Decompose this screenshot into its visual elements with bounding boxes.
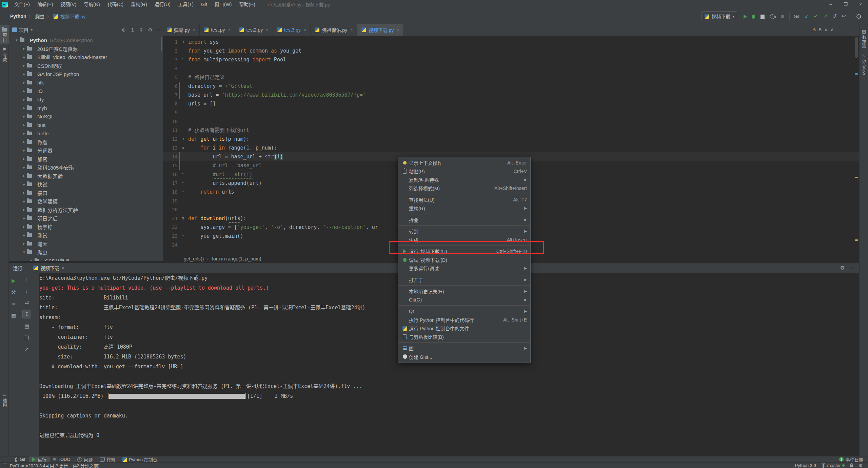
gear-icon[interactable]: ⚙ [148,27,153,33]
menu-代码(C)[interactable]: 代码(C) [104,2,127,7]
stripe-tab-数据库[interactable]: ▤数据库 [860,26,868,51]
tree-row-加密[interactable]: ▸加密 [9,155,163,163]
gear-icon[interactable]: ⚙ [840,265,845,271]
close-icon[interactable]: × [62,265,64,271]
tree-row-Bilibili_video_download-master[interactable]: ▸Bilibili_video_download-master [9,53,163,61]
editor-tab-test3.py[interactable]: test3.py× [273,24,311,36]
menu-编辑(E)[interactable]: 编辑(E) [34,2,57,7]
toolwindow-button-运行[interactable]: 运行 [29,456,50,463]
stripe-tab-项目[interactable]: 项目 [0,25,9,44]
fold-marker[interactable]: ⌃ [180,170,185,179]
lock-icon[interactable] [850,465,853,467]
editor-tab-test2.py[interactable]: test2.py× [235,24,273,36]
menu-item-Git(G)[interactable]: Git(G)▶ [398,295,530,304]
gear-icon[interactable]: ⚙ [859,463,863,468]
chevron-right-icon[interactable]: ▸ [21,63,27,68]
run-config-selector[interactable]: 视频下载▾ [702,11,737,21]
tree-scrollbar[interactable] [161,37,162,51]
menu-item-更多运行/调试[interactable]: 更多运行/调试▶ [398,264,530,272]
menu-item-本地历史记录(H)[interactable]: 本地历史记录(H)▶ [398,287,530,295]
toolwindow-button-Python 控制台[interactable]: Python 控制台 [119,456,161,463]
hide-panel-icon[interactable]: ─ [157,27,160,33]
git-branch-widget[interactable]: master [822,463,845,468]
menu-运行(U)[interactable]: 运行(U) [151,2,174,7]
chevron-right-icon[interactable]: ▸ [28,258,35,261]
code-line-9[interactable]: 9 [163,108,859,117]
toolwindow-button-TODO[interactable]: ≡TODO [50,456,74,463]
menu-item-调试 '视频下载'(D)[interactable]: 调试 '视频下载'(D) [398,255,530,264]
git-push-button[interactable]: ↗ [823,14,827,19]
menu-帮助(H)[interactable]: 帮助(H) [235,2,259,7]
chevron-right-icon[interactable]: ▸ [21,225,27,229]
close-button[interactable]: × [853,0,868,9]
menu-item-粘贴(P)[interactable]: 粘贴(P)Ctrl+V [398,167,530,175]
stripe-tab-收藏[interactable]: ⚑收藏 [0,44,9,64]
close-icon[interactable]: × [266,27,269,32]
tree-row-CSDN爬取[interactable]: ▸CSDN爬取 [9,61,163,70]
stop-icon[interactable]: ■ [9,299,18,308]
toolwindow-button-终端[interactable]: 终端 [96,456,119,463]
tree-row-hlk[interactable]: ▸hlk [9,78,163,87]
rollback-button[interactable]: ↩ [842,14,846,19]
menu-item-重构(R)[interactable]: 重构(R)▶ [398,204,530,212]
menu-item-运行 Python 控制台中的文件[interactable]: 运行 Python 控制台中的文件 [398,324,530,332]
status-message[interactable]: PyCharm2020.3.4可用 // 更新... (42 分钟之前) [10,462,99,468]
menu-文件(F)[interactable]: 文件(F) [11,2,34,7]
tree-row-做题[interactable]: ▸做题 [9,138,163,146]
tree-row-瀚天[interactable]: ▸瀚天 [9,239,163,248]
expand-all-icon[interactable]: ↥ [131,27,135,33]
menu-导航(N)[interactable]: 导航(N) [80,2,103,7]
layout-icon[interactable]: ▦ [9,311,18,319]
inspection-widget[interactable]: ⚠ 5 ∧ ∨ [812,25,833,34]
editor-scrollbar[interactable] [854,36,859,254]
chevron-right-icon[interactable]: ▸ [21,216,27,220]
code-line-6[interactable]: 6directory = r'G:\test' [163,82,859,91]
chevron-down-icon[interactable]: ▾ [31,28,33,32]
breadcrumb-loop[interactable]: for i in range(1, p_num) [212,256,261,261]
tree-row-杨宇铮[interactable]: ▸杨宇铮 [9,222,163,231]
menu-item-转到[interactable]: 转到▶ [398,227,530,235]
maximize-button[interactable]: ❐ [838,0,853,9]
fold-marker[interactable]: ⊟ [180,135,185,143]
event-log-button[interactable]: 事件日志 [846,456,863,463]
menu-item-查找用法(U)[interactable]: 查找用法(U)Alt+F7 [398,195,530,204]
git-update-button[interactable]: ↙ [804,14,809,19]
chevron-right-icon[interactable]: ▸ [21,148,27,153]
menu-item-折叠[interactable]: 折叠▶ [398,215,530,224]
editor-tab-test.py[interactable]: test.py× [200,24,235,36]
close-icon[interactable]: × [228,27,231,32]
menu-item-复制/粘贴特殊[interactable]: 复制/粘贴特殊▶ [398,175,530,184]
breadcrumb-item[interactable]: Python [10,14,26,19]
menu-窗口(W)[interactable]: 窗口(W) [211,2,236,7]
chevron-right-icon[interactable]: ▸ [21,233,27,237]
run-button[interactable] [744,14,747,19]
chevron-right-icon[interactable]: ▸ [21,46,27,51]
fold-marker[interactable]: ⌃ [180,55,185,64]
breadcrumb-item[interactable]: 视频下载.py [60,13,85,20]
code-line-8[interactable]: 8urls = [] [163,99,859,108]
tree-row-NoSQL[interactable]: ▸NoSQL [9,112,163,121]
toolwindow-button-Git[interactable]: Git [10,456,29,463]
tree-row-IO[interactable]: ▸IO [9,87,163,95]
menu-item-与剪贴板比较(B)[interactable]: 与剪贴板比较(B) [398,332,530,341]
tree-row-快试[interactable]: ▸快试 [9,180,163,189]
tree-row-数学建模[interactable]: ▸数学建模 [9,197,163,206]
chevron-right-icon[interactable]: ▸ [21,199,27,203]
menu-item-Qt[interactable]: Qt▶ [398,307,530,315]
menu-item-打开于[interactable]: 打开于▶ [398,275,530,284]
editor-tab-佛祖保佑.py[interactable]: 佛祖保佑.py× [311,24,357,36]
tree-row-kty[interactable]: ▸kty [9,95,163,104]
project-panel-title[interactable]: 项目 [19,26,28,33]
chevron-right-icon[interactable]: ▸ [21,55,27,59]
tree-row-接口[interactable]: ▸接口 [9,189,163,197]
tree-row-GA for JSP python[interactable]: ▸GA for JSP python [9,70,163,78]
chevron-right-icon[interactable]: ▸ [21,89,27,93]
tree-row-2019国赛C题资源[interactable]: ▸2019国赛C题资源 [9,44,163,53]
code-line-2[interactable]: 2from you_get import common as you_get [163,46,859,55]
menu-工具(T)[interactable]: 工具(T) [174,2,197,7]
chevron-right-icon[interactable]: ▸ [21,191,27,195]
fold-marker[interactable]: ⌃ [180,188,185,196]
chevron-right-icon[interactable]: ▸ [21,165,27,170]
code-line-10[interactable]: 10 [163,117,859,126]
chevron-right-icon[interactable]: ▸ [21,182,27,187]
